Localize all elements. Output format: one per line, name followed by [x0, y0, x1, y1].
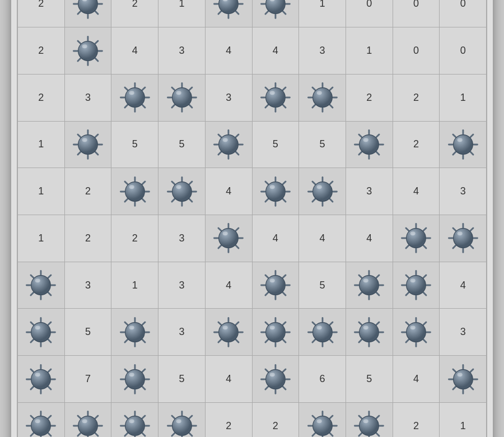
grid-cell[interactable]: 1: [299, 0, 346, 27]
grid-cell[interactable]: 4: [206, 27, 253, 75]
grid-cell[interactable]: [111, 309, 158, 356]
grid-cell[interactable]: [18, 356, 65, 403]
grid-cell[interactable]: 2: [253, 403, 300, 437]
grid-cell[interactable]: 5: [111, 122, 158, 169]
grid-cell[interactable]: [393, 215, 440, 262]
grid-cell[interactable]: 1: [18, 215, 65, 262]
grid-cell[interactable]: 1: [111, 262, 158, 309]
grid-cell[interactable]: 4: [393, 356, 440, 403]
grid-cell[interactable]: 0: [440, 27, 487, 75]
grid-cell[interactable]: [440, 122, 487, 169]
grid-cell[interactable]: 3: [65, 75, 112, 122]
grid-cell[interactable]: [111, 75, 158, 122]
grid-cell[interactable]: [440, 356, 487, 403]
grid-cell[interactable]: 3: [158, 215, 206, 262]
grid-cell[interactable]: 4: [299, 215, 346, 262]
grid-cell[interactable]: 3: [65, 262, 112, 309]
grid-cell[interactable]: 0: [440, 0, 487, 27]
grid-cell[interactable]: 4: [253, 215, 300, 262]
grid-cell[interactable]: 4: [206, 168, 253, 215]
grid-cell[interactable]: 6: [299, 356, 346, 403]
grid-cell[interactable]: 3: [158, 27, 206, 75]
grid-cell[interactable]: 1: [440, 403, 487, 437]
grid-cell[interactable]: 2: [65, 168, 112, 215]
grid-cell[interactable]: 5: [299, 262, 346, 309]
grid-cell[interactable]: 3: [206, 75, 253, 122]
grid-cell[interactable]: 2: [18, 0, 65, 27]
grid-cell[interactable]: 4: [206, 356, 253, 403]
grid-cell[interactable]: 3: [440, 168, 487, 215]
grid-cell[interactable]: [158, 168, 206, 215]
grid-cell[interactable]: [65, 403, 112, 437]
grid-cell[interactable]: [253, 309, 300, 356]
grid-cell[interactable]: [346, 122, 393, 169]
grid-cell[interactable]: [65, 27, 112, 75]
grid-cell[interactable]: [65, 0, 112, 27]
grid-cell[interactable]: [158, 403, 206, 437]
grid-cell[interactable]: 1: [18, 122, 65, 169]
grid-cell[interactable]: [299, 403, 346, 437]
grid-cell[interactable]: [346, 403, 393, 437]
grid-cell[interactable]: 2: [18, 75, 65, 122]
grid-cell[interactable]: [111, 356, 158, 403]
grid-cell[interactable]: 5: [65, 309, 112, 356]
grid-cell[interactable]: [393, 262, 440, 309]
grid-cell[interactable]: 7: [65, 356, 112, 403]
grid-cell[interactable]: 2: [393, 122, 440, 169]
grid-cell[interactable]: [65, 122, 112, 169]
grid-cell[interactable]: [393, 309, 440, 356]
grid-cell[interactable]: 2: [65, 215, 112, 262]
grid-cell[interactable]: 2: [393, 75, 440, 122]
grid-cell[interactable]: [206, 215, 253, 262]
grid-cell[interactable]: 0: [393, 0, 440, 27]
grid-cell[interactable]: 1: [346, 27, 393, 75]
grid-cell[interactable]: 2: [206, 403, 253, 437]
grid-cell[interactable]: [253, 75, 300, 122]
grid-cell[interactable]: 2: [18, 27, 65, 75]
grid-cell[interactable]: 1: [18, 168, 65, 215]
grid-cell[interactable]: [346, 309, 393, 356]
grid-cell[interactable]: [253, 168, 300, 215]
grid-cell[interactable]: 1: [158, 0, 206, 27]
grid-cell[interactable]: 1: [440, 75, 487, 122]
grid-cell[interactable]: [299, 309, 346, 356]
grid-cell[interactable]: 4: [393, 168, 440, 215]
grid-cell[interactable]: [111, 403, 158, 437]
grid-cell[interactable]: 4: [206, 262, 253, 309]
grid-cell[interactable]: 5: [299, 122, 346, 169]
grid-cell[interactable]: 0: [393, 27, 440, 75]
grid-cell[interactable]: 3: [158, 309, 206, 356]
grid-cell[interactable]: [18, 403, 65, 437]
grid-cell[interactable]: [206, 122, 253, 169]
grid-cell[interactable]: [440, 215, 487, 262]
grid-cell[interactable]: 3: [346, 168, 393, 215]
grid-cell[interactable]: 2: [346, 75, 393, 122]
grid-cell[interactable]: 5: [253, 122, 300, 169]
grid-cell[interactable]: [299, 168, 346, 215]
grid-cell[interactable]: 2: [111, 215, 158, 262]
grid-cell[interactable]: [206, 0, 253, 27]
grid-cell[interactable]: 3: [440, 309, 487, 356]
grid-cell[interactable]: [253, 356, 300, 403]
grid-cell[interactable]: 2: [393, 403, 440, 437]
grid-cell[interactable]: 5: [158, 356, 206, 403]
grid-cell[interactable]: 2: [111, 0, 158, 27]
grid-cell[interactable]: [253, 262, 300, 309]
grid-cell[interactable]: 5: [158, 122, 206, 169]
grid-cell[interactable]: [18, 309, 65, 356]
grid-cell[interactable]: 3: [158, 262, 206, 309]
grid-cell[interactable]: 4: [346, 215, 393, 262]
grid-cell[interactable]: [158, 75, 206, 122]
grid-cell[interactable]: 3: [299, 27, 346, 75]
grid-cell[interactable]: [253, 0, 300, 27]
grid-cell[interactable]: [206, 309, 253, 356]
grid-cell[interactable]: [111, 168, 158, 215]
grid-cell[interactable]: 4: [440, 262, 487, 309]
grid-cell[interactable]: [18, 262, 65, 309]
grid-cell[interactable]: 5: [346, 356, 393, 403]
grid-cell[interactable]: [299, 75, 346, 122]
grid-cell[interactable]: [346, 262, 393, 309]
grid-cell[interactable]: 4: [111, 27, 158, 75]
grid-cell[interactable]: 4: [253, 27, 300, 75]
grid-cell[interactable]: 0: [346, 0, 393, 27]
